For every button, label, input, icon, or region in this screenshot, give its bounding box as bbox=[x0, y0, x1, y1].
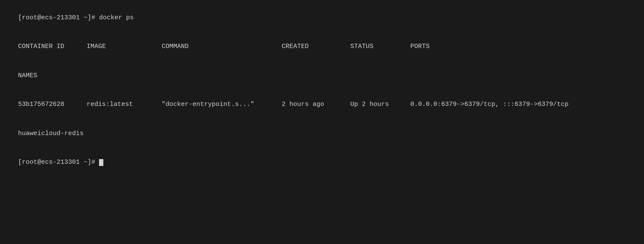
header-names-line: NAMES bbox=[3, 61, 641, 90]
header-command: COMMAND bbox=[162, 42, 282, 52]
prompt-2: [root@ecs-213301 ~]# bbox=[18, 159, 95, 166]
row1-image: redis:latest bbox=[87, 100, 162, 110]
header-names: NAMES bbox=[18, 72, 37, 79]
command-line: [root@ecs-213301 ~]# docker ps bbox=[3, 3, 641, 33]
terminal: [root@ecs-213301 ~]# docker ps CONTAINER… bbox=[3, 3, 641, 241]
header-line: CONTAINER IDIMAGECOMMANDCREATEDSTATUSPOR… bbox=[3, 33, 641, 62]
row1-ports: 0.0.0.0:6379->6379/tcp, :::6379->6379/tc… bbox=[410, 100, 569, 110]
prompt-1: [root@ecs-213301 ~]# bbox=[18, 14, 95, 21]
header-image: IMAGE bbox=[87, 42, 162, 52]
row1-command: "docker-entrypoint.s..." bbox=[162, 100, 282, 110]
command-1: docker ps bbox=[95, 14, 134, 21]
header-status: STATUS bbox=[350, 42, 410, 52]
row1-names: huaweicloud-redis bbox=[18, 130, 84, 137]
row1-container-id: 53b175672628 bbox=[18, 100, 87, 110]
header-ports: PORTS bbox=[410, 42, 430, 52]
row1-created: 2 hours ago bbox=[282, 100, 350, 110]
row1-names-line: huaweicloud-redis bbox=[3, 119, 641, 148]
row1-status: Up 2 hours bbox=[350, 100, 410, 110]
header-created: CREATED bbox=[282, 42, 350, 52]
data-row-1: 53b175672628redis:latest"docker-entrypoi… bbox=[3, 90, 641, 120]
prompt-line-2[interactable]: [root@ecs-213301 ~]# bbox=[3, 148, 641, 178]
header-container-id: CONTAINER ID bbox=[18, 42, 87, 52]
cursor bbox=[99, 159, 103, 166]
prompt-2-suffix bbox=[95, 159, 99, 166]
